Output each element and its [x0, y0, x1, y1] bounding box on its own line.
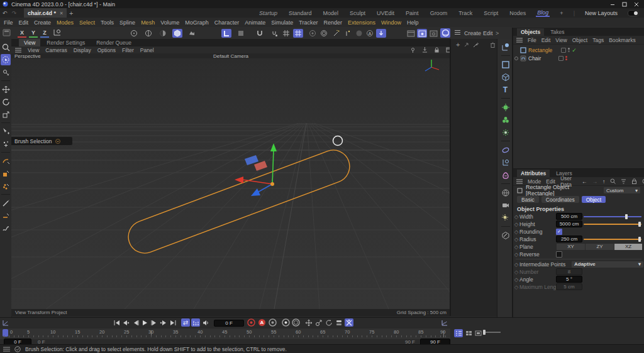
layout-tab-blog[interactable]: Blog [536, 9, 550, 17]
layout-tab-sculpt[interactable]: Sculpt [348, 10, 367, 16]
layout-tab-standard[interactable]: Standard [287, 10, 313, 16]
spline-pen-icon[interactable] [500, 41, 511, 52]
magic-solo-icon[interactable] [331, 29, 341, 38]
objects-hamburger-icon[interactable] [516, 38, 523, 43]
generator-icon[interactable] [500, 114, 511, 125]
menu-spline[interactable]: Spline [119, 19, 135, 26]
magic-solo-single-icon[interactable] [343, 29, 353, 38]
menu-extensions[interactable]: Extensions [348, 19, 375, 26]
visibility-dots[interactable] [568, 48, 570, 52]
tab-objects[interactable]: Objects [517, 28, 544, 36]
camera-icon[interactable] [500, 200, 511, 210]
level-of-detail-icon[interactable] [187, 29, 197, 38]
attributes-search-icon[interactable] [610, 178, 616, 184]
multi-transform-tool-icon[interactable] [1, 138, 11, 149]
text-spline-icon[interactable]: T [500, 84, 511, 95]
enabled-check-icon[interactable]: ✓ [572, 47, 577, 53]
viewport-capture-icon[interactable] [422, 47, 428, 53]
spline-line-tool-icon[interactable] [1, 210, 11, 221]
back-arrow-icon[interactable]: ← [582, 178, 587, 185]
record-parameter-toggle[interactable] [335, 318, 343, 327]
tab-render-queue[interactable]: Render Queue [91, 39, 136, 46]
add-document-tab-button[interactable]: + [67, 9, 75, 17]
objects-menu-file[interactable]: File [528, 37, 536, 43]
viewport-canvas[interactable] [11, 58, 450, 309]
height-input[interactable]: 5000 cm [556, 220, 582, 227]
spline-rect-tool-icon[interactable] [1, 168, 11, 179]
dynamic-grid-icon[interactable] [293, 29, 303, 38]
layout-lock-toggle[interactable] [628, 10, 639, 16]
plane-xy-button[interactable]: XY [556, 243, 586, 251]
undo-icon[interactable]: ↶ [0, 10, 9, 16]
menu-help[interactable]: Help [407, 19, 419, 26]
enable-snap-icon[interactable] [255, 29, 265, 38]
isolate-single-icon[interactable] [319, 29, 329, 38]
environment-icon[interactable] [500, 187, 511, 198]
spline-arc-tool-icon[interactable] [1, 155, 11, 166]
layout-tab-model[interactable]: Model [322, 10, 340, 16]
tab-view[interactable]: View [19, 39, 40, 46]
playback-loop-toggle[interactable]: ⇄ [181, 318, 190, 327]
solo-auto-icon[interactable]: A [365, 29, 375, 38]
splitter[interactable] [512, 28, 513, 317]
previous-frame-button[interactable] [131, 318, 140, 327]
reverse-checkbox[interactable] [556, 251, 562, 258]
menu-edit[interactable]: Edit [19, 19, 29, 26]
spline-points-tool-icon[interactable] [1, 180, 11, 192]
axis-modify-mode-icon[interactable] [221, 29, 231, 38]
dopesheet-view-button[interactable] [464, 329, 473, 337]
object-name[interactable]: Rectangle [528, 47, 552, 53]
next-frame-button[interactable] [150, 318, 158, 327]
volume-icon[interactable] [500, 170, 511, 180]
move-tool-icon[interactable] [1, 84, 11, 95]
brush-selection-tool-icon[interactable] [1, 54, 11, 65]
spline-freehand-tool-icon[interactable] [1, 222, 11, 234]
viewport-menu-cameras[interactable]: Cameras [45, 47, 67, 53]
radius-slider[interactable] [584, 236, 641, 242]
intermediate-points-dropdown[interactable]: Adaptive▾ [571, 261, 644, 268]
plane-xz-button[interactable]: XZ [614, 243, 643, 251]
constant-shading-icon[interactable] [172, 29, 182, 38]
width-slider[interactable] [584, 213, 641, 220]
rectangle-spline-icon[interactable] [500, 59, 511, 70]
menu-character[interactable]: Character [214, 19, 240, 26]
layout-tab-groom[interactable]: Groom [429, 10, 449, 16]
quick-shading-icon[interactable] [158, 29, 168, 38]
rotate-tool-icon[interactable] [1, 96, 11, 107]
objects-menu-object[interactable]: Object [572, 37, 588, 43]
render-view-button[interactable] [406, 29, 416, 38]
objects-menu-bookmarks[interactable]: Bookmarks [609, 37, 636, 43]
snap-settings-icon[interactable] [269, 29, 279, 38]
preset-dropdown[interactable]: Custom▾ [603, 187, 641, 194]
hud-expand-icon[interactable] [55, 139, 60, 144]
gizmo-origin[interactable] [270, 182, 274, 186]
go-to-start-button[interactable] [112, 318, 121, 327]
redo-icon[interactable]: ↷ [9, 10, 19, 16]
objects-menu-tags[interactable]: Tags [592, 37, 604, 43]
menu-mograph[interactable]: MoGraph [185, 19, 209, 26]
dock-hamburger-icon[interactable] [454, 30, 461, 35]
solo-hierarchy-icon[interactable] [376, 29, 386, 38]
fcurve-view-button[interactable] [474, 329, 482, 337]
new-layouts-button[interactable]: New Layouts [584, 10, 619, 16]
height-slider[interactable] [584, 220, 641, 227]
rounding-checkbox[interactable]: ✓ [556, 229, 562, 235]
eyedropper-icon[interactable] [473, 42, 479, 48]
objects-menu-view[interactable]: View [555, 37, 567, 43]
axis-x-button[interactable]: X [18, 28, 26, 38]
attributes-hamburger-icon[interactable] [516, 179, 523, 184]
layout-tab-paint[interactable]: Paint [404, 10, 420, 16]
close-button[interactable] [633, 1, 639, 7]
attr-tab-object[interactable]: Object [582, 196, 606, 203]
gouraud-shading-icon[interactable] [129, 29, 139, 38]
object-name[interactable]: Chair [528, 55, 541, 62]
keying-selection-button[interactable] [281, 318, 290, 327]
layout-tab-startup[interactable]: Startup [258, 10, 279, 16]
timeline-zoom-slider[interactable] [483, 332, 501, 333]
attr-tab-basic[interactable]: Basic [517, 196, 539, 203]
viewport-menu-options[interactable]: Options [97, 47, 116, 53]
selection-move-tool-icon[interactable] [1, 126, 11, 137]
layout-tab-track[interactable]: Track [457, 10, 474, 16]
keying-parameter-button[interactable] [291, 318, 300, 327]
zoom-tool-icon[interactable] [1, 41, 11, 53]
